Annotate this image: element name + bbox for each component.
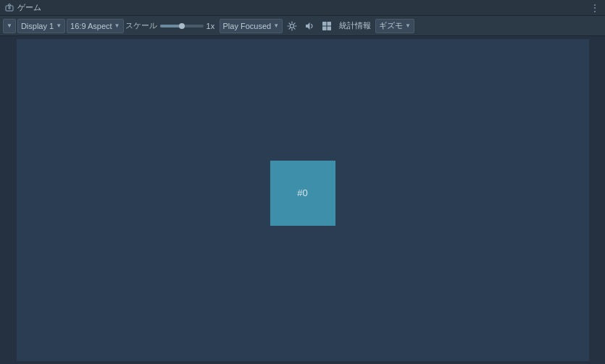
svg-rect-5	[322, 22, 327, 26]
svg-point-1	[9, 4, 11, 6]
title-bar-menu-button[interactable]: ⋮	[589, 3, 601, 13]
svg-rect-7	[322, 26, 327, 30]
gizmos-dropdown[interactable]: ギズモ ▼	[375, 19, 414, 33]
display-grid-button[interactable]	[319, 18, 335, 34]
audio-button[interactable]	[301, 18, 317, 34]
svg-point-4	[291, 24, 294, 27]
scale-value: 1x	[206, 22, 218, 30]
gizmos-dropdown-arrow-icon: ▼	[405, 22, 411, 29]
play-focused-label: Play Focused	[223, 22, 272, 30]
svg-rect-8	[327, 26, 332, 30]
unity-game-window: ゲーム ⋮ ▼ Display 1 ▼ 16:9 Aspect ▼ スケール 1…	[0, 0, 605, 364]
game-viewport: #0	[0, 36, 605, 364]
play-focused-dropdown-arrow-icon: ▼	[273, 22, 279, 29]
display-dropdown-arrow-icon: ▼	[56, 22, 62, 29]
game-object-label: #0	[297, 187, 307, 198]
scale-label: スケール	[125, 20, 157, 31]
scale-container: スケール 1x	[125, 20, 218, 31]
game-window-icon	[4, 3, 14, 13]
stats-label: 統計情報	[339, 20, 371, 31]
play-focused-dropdown[interactable]: Play Focused ▼	[220, 19, 283, 33]
title-bar-text: ゲーム	[17, 2, 41, 13]
toolbar: ▼ Display 1 ▼ 16:9 Aspect ▼ スケール 1x Play…	[0, 16, 605, 36]
settings-button[interactable]	[284, 18, 300, 34]
gizmos-label: ギズモ	[379, 20, 403, 31]
display-unlabeled-dropdown[interactable]: ▼	[3, 19, 16, 33]
stats-button[interactable]: 統計情報	[336, 18, 374, 34]
aspect-dropdown[interactable]: 16:9 Aspect ▼	[67, 19, 123, 33]
display-label: Display 1	[21, 22, 54, 30]
title-bar: ゲーム ⋮	[0, 0, 605, 16]
aspect-dropdown-arrow-icon: ▼	[114, 22, 120, 29]
game-canvas: #0	[17, 39, 589, 361]
scale-slider-thumb	[179, 23, 185, 29]
display-dropdown[interactable]: Display 1 ▼	[17, 19, 65, 33]
svg-rect-6	[327, 22, 332, 26]
dropdown-arrow-icon: ▼	[7, 22, 12, 29]
aspect-label: 16:9 Aspect	[70, 22, 112, 30]
scale-slider[interactable]	[160, 25, 204, 27]
game-object: #0	[270, 161, 335, 226]
